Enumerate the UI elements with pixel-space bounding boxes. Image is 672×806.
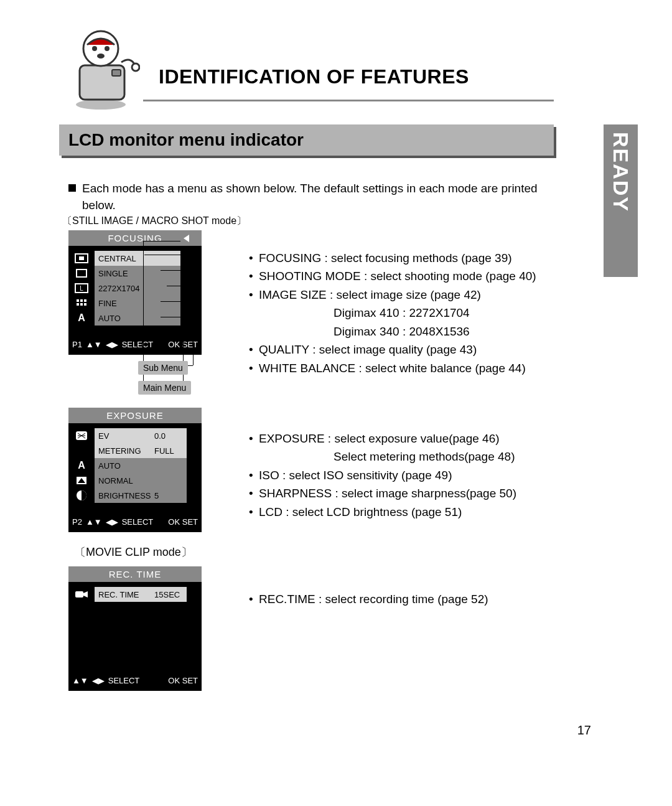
svg-point-0 <box>76 100 126 110</box>
manual-page: READY IDENTIFICATION OF FEATURES LCD mon… <box>0 0 672 806</box>
lcd-header: FOCUSING <box>68 230 202 246</box>
value-item: 0.0 <box>152 428 187 443</box>
lcd-icon-column: A <box>72 428 91 503</box>
svg-text:L: L <box>80 285 83 292</box>
svg-rect-15 <box>84 299 86 302</box>
desc-line: SHARPNESS : select image sharpness(page … <box>259 484 516 502</box>
desc-line: WHITE BALANCE : select white balance (pa… <box>259 359 526 377</box>
desc-line: Digimax 410 : 2272X1704 <box>259 304 470 322</box>
value-item <box>152 473 187 488</box>
menu-item: AUTO <box>93 311 180 326</box>
desc-line: SHOOTING MODE : select shooting mode (pa… <box>259 267 536 285</box>
svg-rect-9 <box>79 256 84 260</box>
svg-point-7 <box>132 63 139 71</box>
svg-rect-10 <box>77 269 86 277</box>
lcd-footer: P2 ▲▼ ◀▶ SELECT OK SET <box>68 513 202 530</box>
square-bullet-icon <box>68 184 76 192</box>
lcd-menu-column: EV METERING AUTO NORMAL BRIGHTNESS <box>93 428 152 503</box>
page-number: 17 <box>577 723 591 738</box>
svg-rect-16 <box>77 303 79 306</box>
lcd-icon-column <box>72 587 91 602</box>
leftright-arrows-icon: ◀▶ <box>106 517 118 527</box>
lcd-footer: ▲▼ ◀▶ SELECT OK SET <box>68 672 202 689</box>
lcd-menu-column: REC. TIME <box>93 587 152 602</box>
svg-rect-17 <box>80 303 83 306</box>
leftright-arrows-icon: ◀▶ <box>92 676 105 685</box>
desc-line: Digimax 340 : 2048X1536 <box>259 322 470 340</box>
menu-item: CENTRAL <box>93 251 180 266</box>
section-tab-ready: READY <box>604 124 638 277</box>
desc-focusing: •FOCUSING : select focusing methods (pag… <box>249 249 572 377</box>
menu-item: NORMAL <box>93 473 152 488</box>
svg-rect-13 <box>77 299 79 302</box>
updown-arrows-icon: ▲▼ <box>72 676 88 685</box>
mode-label-movie: 〔MOVIE CLIP mode〕 <box>75 545 192 560</box>
svg-point-4 <box>92 46 97 51</box>
blank-icon <box>72 443 91 458</box>
single-shot-icon <box>72 266 91 281</box>
desc-rectime: •REC.TIME : select recording time (page … <box>249 590 572 608</box>
sharpness-icon <box>72 473 91 488</box>
menu-item: BRIGHTNESS <box>93 488 152 503</box>
intro-paragraph: Each mode has a menu as shown below. The… <box>68 180 554 213</box>
lcd-panel-exposure: EXPOSURE A EV METERING AUTO NORMAL BRIGH… <box>68 408 202 532</box>
lcd-header: REC. TIME <box>68 566 202 582</box>
svg-rect-2 <box>112 70 121 76</box>
updown-arrows-icon: ▲▼ <box>86 517 102 527</box>
mode-label-still: 〔STILL IMAGE / MACRO SHOT mode〕 <box>62 215 246 228</box>
iso-a-icon: A <box>72 458 91 473</box>
intro-text: Each mode has a menu as shown below. The… <box>82 180 554 213</box>
movie-icon <box>72 587 91 602</box>
section-header: LCD monitor menu indicator <box>59 124 554 156</box>
lcd-value-column: 15SEC <box>152 587 187 602</box>
page-title-block: IDENTIFICATION OF FEATURES <box>143 65 554 101</box>
menu-item: FINE <box>93 296 180 311</box>
lcd-menu-column: CENTRAL SINGLE 2272X1704 FINE AUTO <box>93 251 180 326</box>
menu-item: EV <box>93 428 152 443</box>
section-title: LCD monitor menu indicator <box>68 130 304 150</box>
desc-line: REC.TIME : select recording time (page 5… <box>259 590 488 608</box>
updown-arrows-icon: ▲▼ <box>86 340 102 349</box>
desc-line: QUALITY : select image quality (page 43) <box>259 340 477 358</box>
svg-point-3 <box>83 31 118 66</box>
lcd-bright-icon <box>72 488 91 503</box>
menu-item: METERING <box>93 443 152 458</box>
svg-point-5 <box>105 46 110 51</box>
page-title: IDENTIFICATION OF FEATURES <box>143 65 554 100</box>
desc-line: FOCUSING : select focusing methods (page… <box>259 249 512 267</box>
callout-submenu: Sub Menu <box>138 361 188 375</box>
lcd-icon-column: L A <box>72 251 91 326</box>
value-item: 15SEC <box>152 587 187 602</box>
lcd-panel-rectime: REC. TIME REC. TIME 15SEC ▲▼ ◀▶ SELECT O… <box>68 566 202 691</box>
menu-item: 2272X1704 <box>93 281 180 296</box>
lcd-footer: P1 ▲▼ ◀▶ SELECT OK SET <box>68 335 202 353</box>
svg-rect-18 <box>84 303 86 306</box>
callout-mainmenu: Main Menu <box>138 381 191 395</box>
menu-item: AUTO <box>93 458 152 473</box>
mascot-illustration <box>62 19 140 112</box>
lcd-header: EXPOSURE <box>68 408 202 423</box>
svg-rect-25 <box>75 591 83 597</box>
menu-item: REC. TIME <box>93 587 152 602</box>
lcd-panel-focusing: FOCUSING L A CENTRAL SINGLE 2272X1704 FI… <box>68 230 202 355</box>
desc-line: Select metering methods(page 48) <box>259 448 515 466</box>
size-l-icon: L <box>72 281 91 296</box>
svg-point-6 <box>97 54 105 59</box>
desc-line: EXPOSURE : select exposure value(page 46… <box>259 429 500 448</box>
desc-line: LCD : select LCD brightness (page 51) <box>259 503 462 521</box>
auto-a-icon: A <box>72 311 91 326</box>
svg-rect-14 <box>80 299 83 302</box>
menu-item: SINGLE <box>93 266 180 281</box>
desc-exposure: •EXPOSURE : select exposure value(page 4… <box>249 429 572 521</box>
focus-area-icon <box>72 251 91 266</box>
quality-grid-icon <box>72 296 91 311</box>
desc-line: IMAGE SIZE : select image size (page 42) <box>259 286 481 304</box>
value-item: FULL <box>152 443 187 458</box>
lcd-value-column: 0.0 FULL 5 <box>152 428 187 503</box>
arrow-left-icon <box>184 235 189 242</box>
leftright-arrows-icon: ◀▶ <box>106 340 118 349</box>
value-item: 5 <box>152 488 187 503</box>
ev-icon <box>72 428 91 443</box>
desc-line: ISO : select ISO sensitivity (page 49) <box>259 466 452 484</box>
value-item <box>152 458 187 473</box>
